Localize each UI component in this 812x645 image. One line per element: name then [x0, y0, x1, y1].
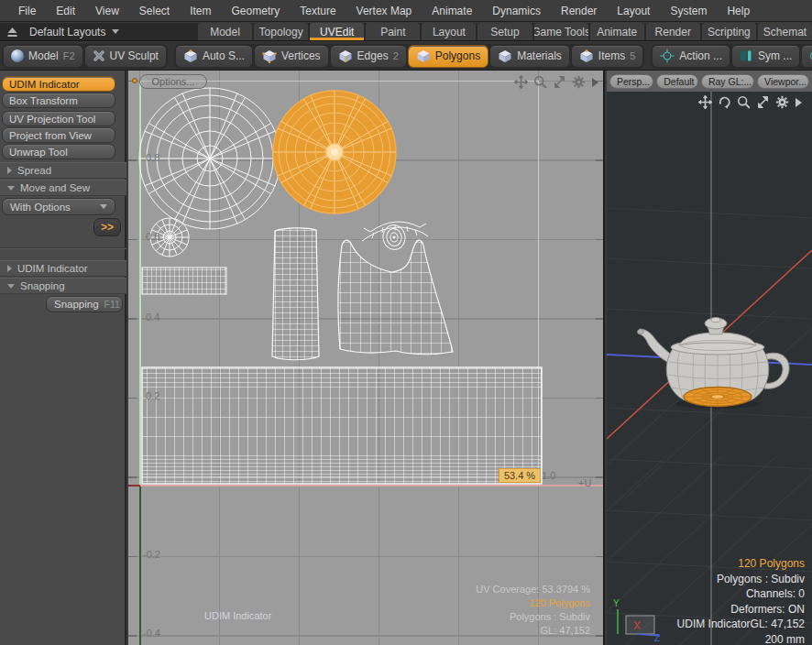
snapping-toggle-button[interactable]: Snapping F11 — [46, 296, 123, 312]
menu-edit[interactable]: Edit — [46, 0, 85, 22]
v-axis-label-0-8: 0.8 — [146, 152, 159, 163]
default-layouts-dropdown[interactable]: Default Layouts — [24, 26, 125, 38]
falloff-button[interactable]: Falloff — [801, 45, 812, 68]
section-udim-indicator[interactable]: UDIM Indicator — [0, 260, 126, 277]
orbit-icon[interactable] — [718, 95, 731, 109]
menu-layout[interactable]: Layout — [607, 0, 660, 22]
symmetry-icon — [740, 49, 753, 62]
vp-deformers: Deformers: ON — [677, 602, 805, 618]
vertices-button[interactable]: Vertices — [254, 45, 329, 68]
edges-button[interactable]: Edges 2 — [330, 45, 407, 68]
default-shading-button[interactable]: Default — [656, 74, 698, 89]
menu-system[interactable]: System — [660, 0, 717, 22]
uv-sculpt-button[interactable]: UV Sculpt — [84, 45, 167, 68]
menu-animate[interactable]: Animate — [422, 0, 482, 22]
v-axis-label-0-2: 0.2 — [146, 390, 159, 401]
model-mode-button[interactable]: Model F2 — [3, 45, 83, 68]
uv-mesh-type: Polygons : Subdiv — [476, 610, 590, 624]
menu-render[interactable]: Render — [551, 0, 607, 22]
axis-x-label: X — [633, 619, 641, 632]
vp-mesh-type: Polygons : Subdiv — [677, 572, 805, 587]
tab-animate[interactable]: Animate — [590, 23, 644, 40]
materials-button[interactable]: Materials — [489, 45, 570, 68]
with-options-dropdown[interactable]: With Options — [2, 198, 115, 215]
menu-vertex-map[interactable]: Vertex Map — [346, 0, 422, 22]
mode-toolbar: Model F2 UV Sculpt Auto S... Vertices Ed… — [0, 42, 812, 71]
layout-pin-icon[interactable] — [0, 24, 24, 40]
uv-state-dot — [132, 78, 137, 83]
viewport-options-button[interactable]: Viewpor... — [757, 74, 809, 89]
maximize-icon[interactable] — [756, 95, 770, 109]
pan-icon[interactable] — [698, 95, 712, 109]
tab-paint[interactable]: Paint — [366, 23, 420, 40]
axis-y-label: Y — [613, 598, 620, 608]
items-button[interactable]: Items 5 — [571, 45, 643, 68]
viewport-3d[interactable]: Persp... Default Ray GL:... Viewpor... — [607, 71, 812, 645]
gear-icon[interactable] — [572, 75, 586, 89]
expand-panel-button[interactable]: >> — [93, 218, 121, 236]
tab-topology[interactable]: Topology — [254, 23, 308, 40]
viewport-header: Persp... Default Ray GL:... Viewpor... — [607, 71, 812, 92]
uv-stats-overlay: UV Coverage: 53.3794 % 120 Polygons Poly… — [476, 583, 590, 638]
uv-editor-viewport[interactable]: Options... 0.8 0.6 0.4 0.2 -0.2 -0.4 1.0… — [128, 71, 605, 645]
zoom-icon[interactable] — [737, 95, 751, 109]
menu-help[interactable]: Help — [717, 0, 760, 22]
uv-shells — [128, 71, 605, 645]
menu-texture[interactable]: Texture — [290, 0, 346, 22]
pan-icon[interactable] — [514, 75, 528, 89]
section-snapping[interactable]: Snapping — [0, 278, 126, 294]
viewport-3d-canvas[interactable]: Y X Z 120 Polygons Polygons : Subdiv Cha… — [607, 92, 812, 645]
section-spread[interactable]: Spread — [0, 162, 126, 179]
gear-icon[interactable] — [775, 95, 789, 109]
axis-z-label: Z — [654, 633, 660, 643]
layout-tabs: Model Topology UVEdit Paint Layout Setup… — [198, 23, 812, 40]
cube-icon — [262, 49, 277, 63]
toolbar-group-selection: Auto S... Vertices Edges 2 Polygons Mate… — [174, 44, 644, 69]
tab-render[interactable]: Render — [646, 23, 700, 40]
cube-icon — [183, 49, 198, 63]
tool-unwrap[interactable]: Unwrap Tool — [2, 144, 115, 159]
tool-udim-indicator[interactable]: UDIM Indicator — [2, 76, 115, 92]
menu-select[interactable]: Select — [129, 0, 180, 22]
tab-model[interactable]: Model — [198, 23, 252, 40]
tool-uv-projection[interactable]: UV Projection Tool — [2, 111, 115, 126]
layout-bar: Default Layouts Model Topology UVEdit Pa… — [0, 23, 812, 41]
v-axis-label-neg-0-4: -0.4 — [143, 628, 160, 639]
menu-dynamics[interactable]: Dynamics — [482, 0, 551, 22]
tab-layout[interactable]: Layout — [422, 23, 476, 40]
auto-select-button[interactable]: Auto S... — [175, 45, 253, 68]
menu-file[interactable]: File — [8, 0, 46, 22]
uv-viewport-icons — [514, 74, 602, 90]
vp-channels: Channels: 0 — [677, 586, 805, 602]
tab-schematic[interactable]: Schemat — [758, 23, 812, 40]
tab-scripting[interactable]: Scripting — [702, 23, 756, 40]
section-move-and-sew[interactable]: Move and Sew — [0, 180, 126, 196]
vp-scale: 200 mm — [677, 632, 805, 645]
viewport-menu-icon[interactable] — [591, 77, 599, 88]
vp-polygon-count: 120 Polygons — [677, 556, 805, 572]
zoom-icon[interactable] — [533, 75, 547, 89]
tab-game-tools[interactable]: Game Tools — [534, 23, 588, 40]
axis-gizmo: Y X Z — [613, 598, 660, 643]
menu-item[interactable]: Item — [180, 0, 221, 22]
tab-uvedit[interactable]: UVEdit — [310, 23, 364, 40]
expanded-arrow-icon — [7, 284, 15, 289]
action-center-button[interactable]: Action ... — [652, 45, 730, 68]
uv-options-button[interactable]: Options... — [139, 74, 207, 89]
perspective-button[interactable]: Persp... — [609, 74, 653, 89]
ray-gl-button[interactable]: Ray GL:... — [701, 74, 754, 89]
menu-geometry[interactable]: Geometry — [222, 0, 291, 22]
tool-project-from-view[interactable]: Project from View — [2, 127, 115, 143]
maximize-icon[interactable] — [553, 75, 566, 89]
cube-icon — [338, 49, 353, 63]
tab-setup[interactable]: Setup — [477, 23, 532, 40]
polygons-button[interactable]: Polygons — [408, 45, 488, 68]
vp-udim-gl: UDIM IndicatorGL: 47,152 — [677, 617, 805, 632]
symmetry-button[interactable]: Sym ... — [731, 45, 800, 68]
u-direction-label: +U — [578, 477, 591, 488]
tool-box-transform[interactable]: Box Transform — [2, 93, 115, 108]
chevron-down-icon — [100, 204, 107, 209]
viewport-menu-icon[interactable] — [795, 97, 803, 108]
cube-icon — [579, 49, 594, 63]
menu-view[interactable]: View — [85, 0, 129, 22]
